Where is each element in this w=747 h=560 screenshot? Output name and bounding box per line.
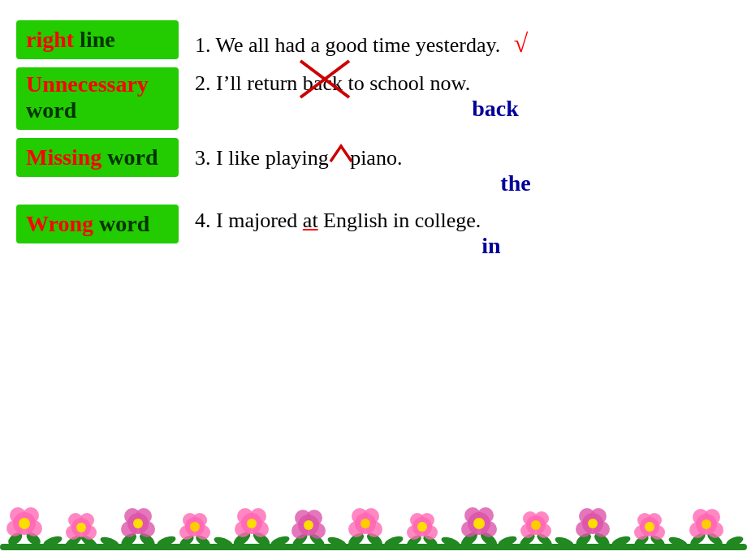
svg-point-98 [645, 522, 654, 532]
sentence-3: 3. I like playing piano. [195, 138, 731, 170]
sentence-3-area: 3. I like playing piano. the [195, 138, 731, 196]
svg-point-50 [304, 520, 313, 530]
sentence-2: 2. I’ll return back to school now. [195, 67, 731, 96]
svg-point-90 [588, 519, 598, 528]
right-line-label: right line [16, 20, 179, 59]
wrong-word-at: at [303, 209, 318, 232]
svg-point-42 [247, 519, 257, 528]
svg-point-18 [76, 523, 86, 532]
sentence-1: 1. We all had a good time yesterday. √ [195, 20, 731, 58]
caret-container [329, 142, 345, 170]
right-label-dark: line [74, 27, 115, 52]
svg-point-34 [190, 522, 200, 532]
row-right-line: right line 1. We all had a good time yes… [16, 20, 731, 59]
svg-line-0 [300, 61, 349, 97]
the-annotation: the [300, 170, 731, 196]
missing-word-label: Missing word [16, 138, 179, 177]
flower-border-svg [0, 503, 747, 560]
svg-point-66 [417, 522, 427, 532]
wrong-label-word: word [93, 211, 149, 236]
svg-point-106 [702, 519, 711, 529]
svg-point-58 [361, 519, 370, 528]
row-missing-word: Missing word 3. I like playing piano. th… [16, 138, 731, 196]
missing-label-word: word [101, 144, 158, 170]
back-word-container: back [303, 71, 343, 96]
sentence-2-area: 2. I’ll return back to school now. back [195, 67, 731, 122]
row-unnecessary-word: Unnecessary word 2. I’ll return back to … [16, 67, 731, 130]
wrong-label-red: Wrong [26, 211, 93, 236]
svg-point-26 [133, 519, 143, 528]
sentence-4: 4. I majored at English in college. [195, 205, 731, 233]
missing-label-red: Missing [26, 144, 101, 170]
sentence-4-area: 4. I majored at English in college. in [195, 205, 731, 259]
unnecessary-word-label: Unnecessary word [16, 67, 179, 130]
back-annotation: back [260, 96, 731, 122]
caret-svg [329, 142, 353, 165]
checkmark-symbol: √ [514, 28, 529, 58]
unnecessary-label-word: word [26, 97, 76, 123]
wrong-word-label: Wrong word [16, 205, 179, 243]
svg-line-1 [300, 61, 349, 97]
flower-border [0, 503, 747, 560]
row-wrong-word: Wrong word 4. I majored at English in co… [16, 205, 731, 259]
svg-point-82 [531, 520, 541, 530]
svg-point-74 [473, 518, 485, 529]
svg-point-10 [19, 518, 30, 529]
in-annotation: in [252, 233, 731, 259]
right-label-red: right [26, 27, 74, 52]
unnecessary-label-red: Unnecessary [26, 71, 149, 97]
